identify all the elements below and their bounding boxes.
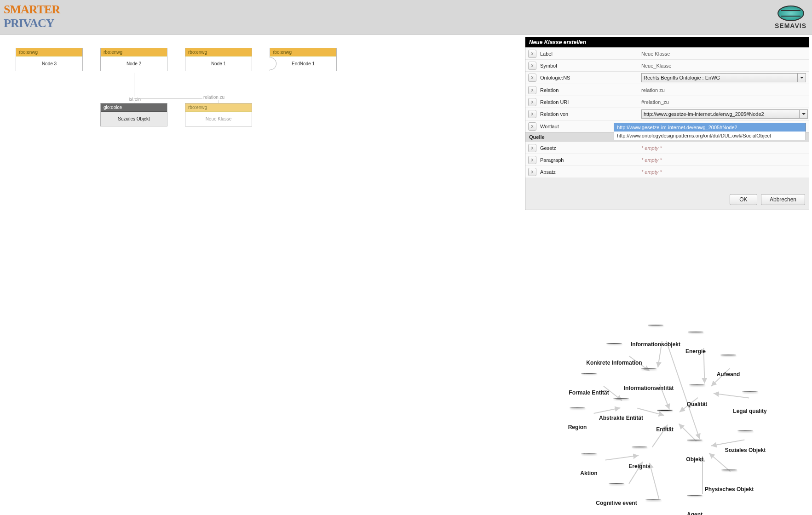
ontology-node-label: Agent [687, 511, 703, 515]
field-label: Relation von [540, 111, 641, 117]
clear-button[interactable]: x [528, 86, 536, 94]
svg-line-0 [637, 408, 664, 415]
relation-von-select[interactable]: http://www.gesetze-im-internet.de/enwg_2… [641, 109, 808, 119]
field-value[interactable]: Neue_Klasse [641, 63, 806, 69]
chevron-down-icon [797, 74, 806, 82]
ontology-node-label: Objekt [686, 456, 703, 463]
node-box-neue-klasse[interactable]: rbo:enwg Neue Klasse [185, 103, 252, 126]
clear-button[interactable]: x [528, 168, 536, 176]
ontology-node-label: Soziales Objekt [725, 447, 766, 453]
node-ns: rbo:enwg [185, 48, 252, 57]
node-label: Neue Klasse [185, 112, 252, 126]
row-relation-von: x Relation von http://www.gesetze-im-int… [525, 108, 809, 120]
field-label: Relation URI [540, 99, 641, 105]
ontology-node-label: Legal quality [733, 408, 766, 414]
svg-line-18 [605, 456, 639, 460]
node-circle-icon [648, 325, 663, 326]
node-circle-icon [688, 332, 703, 332]
ontology-node-label: Konkrete Information [586, 360, 642, 366]
clear-button[interactable]: x [528, 110, 536, 118]
field-value[interactable]: #relation_zu [641, 99, 806, 105]
clear-button[interactable]: x [528, 62, 536, 70]
node-circle-icon [737, 430, 753, 431]
edge-label-ist-ein: ist ein [128, 97, 142, 102]
clear-button[interactable]: x [528, 122, 536, 131]
row-gesetz: x Gesetz * empty * [525, 142, 809, 154]
clear-button[interactable]: x [528, 74, 536, 82]
node-ns: rbo:enwg [101, 48, 167, 57]
field-value[interactable]: * empty * [641, 157, 806, 163]
node-circle-icon [632, 446, 647, 447]
row-ontologie-ns: x Ontologie:NS Rechts Begriffs Ontologie… [525, 71, 809, 84]
ontology-node-label: Physisches Objekt [705, 486, 754, 492]
node-box-endnode1[interactable]: rbo:enwg EndNode 1 [270, 48, 337, 71]
node-circle-icon [687, 440, 703, 441]
dropdown-option[interactable]: http://www.gesetze-im-internet.de/enwg_2… [614, 123, 806, 132]
node-circle-icon [720, 355, 736, 355]
svg-line-8 [594, 408, 621, 413]
svg-line-3 [679, 423, 696, 441]
node-circle-icon [606, 343, 622, 344]
ontology-node-label: Aufwand [717, 371, 740, 378]
svg-line-16 [650, 463, 659, 498]
node-circle-icon [657, 410, 673, 411]
node-circle-icon [613, 398, 629, 399]
node-ns: rbo:enwg [270, 48, 336, 57]
svg-line-12 [711, 440, 745, 446]
select-value: Rechts Begriffs Ontologie : EnWG [644, 75, 720, 80]
ontology-node-label: Ereignis [628, 463, 650, 469]
node-label: Soziales Objekt [101, 112, 167, 126]
ontology-node-label: Cognitive event [596, 500, 637, 506]
row-paragraph: x Paragraph * empty * [525, 154, 809, 166]
field-label: Relation [540, 87, 641, 93]
ontology-node-label: Informationsentität [624, 385, 674, 391]
field-label: Label [540, 51, 641, 57]
select-value: http://www.gesetze-im-internet.de/enwg_2… [644, 111, 800, 117]
ontology-graph[interactable]: EntitätAbstrakte EntitätInformationsenti… [534, 265, 800, 515]
node-ns: rbo:enwg [16, 48, 82, 57]
field-label: Symbol [540, 63, 641, 69]
dropdown-option[interactable]: http://www.ontologydesignpatterns.org/on… [614, 132, 806, 140]
node-circle-icon [721, 469, 737, 470]
node-circle-icon [687, 495, 703, 496]
ok-button[interactable]: OK [730, 194, 757, 205]
relation-von-dropdown[interactable]: http://www.gesetze-im-internet.de/enwg_2… [614, 123, 806, 140]
ontologie-ns-select[interactable]: Rechts Begriffs Ontologie : EnWG [641, 73, 806, 82]
ontology-node-label: Formale Entität [569, 389, 609, 396]
row-label: x Label Neue Klasse [525, 47, 809, 59]
logo-smarter-privacy: SMARTER PRIVACY [4, 3, 60, 30]
ontology-node-label: Aktion [580, 470, 597, 476]
field-value[interactable]: * empty * [641, 145, 806, 151]
field-value[interactable]: relation zu [641, 87, 806, 93]
node-circle-icon [581, 453, 597, 454]
node-label: Node 2 [101, 57, 167, 71]
properties-panel: Neue Klasse erstellen x Label Neue Klass… [525, 37, 809, 210]
clear-button[interactable]: x [528, 156, 536, 164]
row-relation-uri: x Relation URI #relation_zu [525, 96, 809, 108]
ontology-node-label: Informationsobjekt [631, 341, 680, 348]
node-box-node2[interactable]: rbo:enwg Node 2 [100, 48, 167, 71]
clear-button[interactable]: x [528, 98, 536, 106]
node-ns: rbo:enwg [185, 103, 252, 112]
node-circle-icon [570, 407, 585, 408]
node-circle-icon [689, 384, 705, 385]
chevron-down-icon [799, 110, 807, 118]
node-box-node1[interactable]: rbo:enwg Node 1 [185, 48, 252, 71]
node-circle-icon [641, 368, 657, 369]
node-label: EndNode 1 [270, 57, 336, 71]
node-box-soziales-objekt[interactable]: glo:dolce Soziales Objekt [100, 103, 167, 126]
ontology-node-label: Energie [685, 348, 706, 355]
clear-button[interactable]: x [528, 144, 536, 152]
logo-text-1: SMARTER [4, 3, 60, 16]
field-value[interactable]: * empty * [641, 169, 806, 175]
clear-button[interactable]: x [528, 50, 536, 58]
row-relation: x Relation relation zu [525, 84, 809, 96]
cancel-button[interactable]: Abbrechen [761, 194, 805, 205]
field-label: Ontologie:NS [540, 75, 641, 80]
node-box-node3[interactable]: rbo:enwg Node 3 [16, 48, 83, 71]
panel-button-bar: OK Abbrechen [525, 177, 809, 210]
ontology-node-label: Qualität [687, 401, 708, 407]
edge-label-relation-zu: relation zu [202, 95, 225, 100]
field-value[interactable]: Neue Klasse [641, 51, 806, 57]
node-circle-icon [742, 391, 758, 392]
